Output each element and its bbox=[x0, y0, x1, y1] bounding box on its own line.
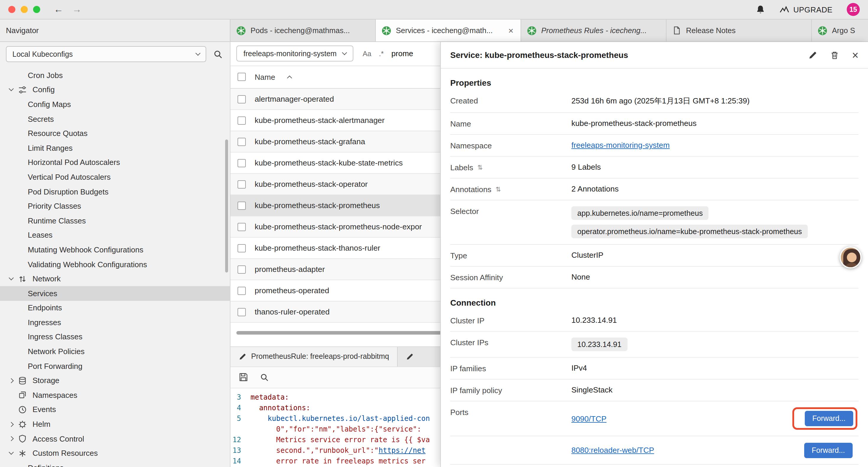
tab-label: Prometheus Rules - icecheng... bbox=[541, 26, 660, 35]
editor-search-icon[interactable] bbox=[260, 373, 269, 382]
storage-icon bbox=[18, 377, 27, 385]
row-checkbox[interactable] bbox=[238, 116, 246, 125]
sidebar-item-leases[interactable]: Leases bbox=[0, 228, 230, 242]
line-content: second.","runbook_url":"https://net bbox=[251, 445, 426, 456]
sidebar-item-ingresses[interactable]: Ingresses bbox=[0, 315, 230, 329]
sidebar-item-config[interactable]: Config bbox=[0, 83, 230, 97]
close-icon[interactable]: × bbox=[852, 49, 859, 61]
sidebar-item-network-policies[interactable]: Network Policies bbox=[0, 344, 230, 359]
row-checkbox[interactable] bbox=[238, 308, 246, 316]
sidebar-item-label: Services bbox=[28, 289, 57, 298]
sidebar-item-mutating-webhook-configurations[interactable]: Mutating Webhook Configurations bbox=[0, 242, 230, 257]
close-button[interactable] bbox=[8, 6, 16, 13]
port-link-9090-tcp[interactable]: 9090/TCP bbox=[571, 414, 607, 423]
tab-release-notes[interactable]: Release Notes bbox=[666, 20, 812, 41]
line-number: 3 bbox=[230, 392, 251, 403]
tab-label: Pods - icecheng@mathmas... bbox=[251, 26, 369, 35]
line-number: 12 bbox=[230, 435, 251, 445]
notifications-bell-icon[interactable] bbox=[755, 5, 765, 14]
sidebar-item-resource-quotas[interactable]: Resource Quotas bbox=[0, 126, 230, 141]
tab-pods-icecheng-mathmas[interactable]: Pods - icecheng@mathmas... bbox=[230, 20, 376, 41]
drawer-row-label: Selector bbox=[450, 206, 571, 216]
row-checkbox[interactable] bbox=[238, 265, 246, 274]
line-content: kubectl.kubernetes.io/last-applied-con bbox=[251, 413, 430, 424]
sidebar-item-cron-jobs[interactable]: Cron Jobs bbox=[0, 68, 230, 83]
sidebar-item-custom-resources[interactable]: Custom Resources bbox=[0, 446, 230, 461]
sidebar-scrollbar[interactable] bbox=[225, 140, 228, 272]
sidebar-item-storage[interactable]: Storage bbox=[0, 373, 230, 388]
chevron-right-icon[interactable] bbox=[9, 436, 14, 441]
drawer-row-label bbox=[450, 442, 571, 443]
chevron-right-icon[interactable] bbox=[9, 378, 14, 383]
notification-count-badge[interactable]: 15 bbox=[847, 3, 860, 16]
namespace-link[interactable]: freeleaps-monitoring-system bbox=[571, 141, 670, 150]
back-button[interactable]: ← bbox=[54, 5, 63, 14]
row-checkbox[interactable] bbox=[238, 244, 246, 253]
sort-toggle-icon[interactable]: ⇅ bbox=[495, 185, 501, 193]
chevron-down-icon[interactable] bbox=[9, 450, 14, 455]
edit-pencil-icon[interactable] bbox=[808, 51, 817, 59]
row-checkbox[interactable] bbox=[238, 180, 246, 188]
sidebar-item-endpoints[interactable]: Endpoints bbox=[0, 300, 230, 315]
row-checkbox[interactable] bbox=[238, 202, 246, 210]
kubeconfig-selector[interactable]: Local Kubeconfigs bbox=[6, 46, 206, 62]
row-checkbox[interactable] bbox=[238, 138, 246, 146]
save-icon[interactable] bbox=[239, 373, 248, 382]
sidebar-item-port-forwarding[interactable]: Port Forwarding bbox=[0, 359, 230, 373]
tab-close-icon[interactable]: × bbox=[507, 25, 515, 35]
tab-prometheus-rules-icecheng[interactable]: Prometheus Rules - icecheng... bbox=[521, 20, 666, 41]
sidebar-item-events[interactable]: Events bbox=[0, 402, 230, 417]
row-checkbox[interactable] bbox=[238, 159, 246, 167]
upgrade-button[interactable]: UPGRADE bbox=[779, 5, 833, 14]
drawer-row-ip-families: IP familiesIPv4 bbox=[450, 358, 859, 380]
chevron-right-icon[interactable] bbox=[9, 422, 14, 427]
minimize-button[interactable] bbox=[21, 6, 28, 13]
sidebar-item-namespaces[interactable]: Namespaces bbox=[0, 388, 230, 402]
sort-toggle-icon[interactable]: ⇅ bbox=[477, 164, 483, 171]
row-checkbox[interactable] bbox=[238, 223, 246, 231]
sidebar-item-network[interactable]: Network bbox=[0, 272, 230, 286]
sidebar-item-definitions[interactable]: Definitions bbox=[0, 461, 230, 467]
sidebar-item-runtime-classes[interactable]: Runtime Classes bbox=[0, 213, 230, 228]
row-checkbox[interactable] bbox=[238, 287, 246, 295]
sidebar-item-helm[interactable]: Helm bbox=[0, 417, 230, 432]
sidebar-item-access-control[interactable]: Access Control bbox=[0, 432, 230, 446]
sidebar-item-vertical-pod-autoscalers[interactable]: Vertical Pod Autoscalers bbox=[0, 170, 230, 184]
line-content: annotations: bbox=[251, 403, 310, 413]
sidebar-item-pod-disruption-budgets[interactable]: Pod Disruption Budgets bbox=[0, 184, 230, 199]
match-case-toggle[interactable]: Aa bbox=[363, 50, 371, 58]
sidebar-item-priority-classes[interactable]: Priority Classes bbox=[0, 199, 230, 213]
select-all-checkbox[interactable] bbox=[238, 73, 246, 81]
line-number: 13 bbox=[230, 445, 251, 456]
sidebar-item-services[interactable]: Services bbox=[0, 286, 230, 300]
sidebar-search-icon[interactable] bbox=[213, 49, 223, 59]
sidebar-item-label: Cron Jobs bbox=[28, 71, 63, 80]
regex-toggle[interactable]: .* bbox=[379, 50, 384, 58]
sidebar-item-limit-ranges[interactable]: Limit Ranges bbox=[0, 141, 230, 155]
delete-trash-icon[interactable] bbox=[830, 51, 839, 59]
name-column-header[interactable]: Name bbox=[255, 73, 275, 82]
drawer-row-value: freeleaps-monitoring-system bbox=[571, 141, 859, 150]
drawer-row-cluster-ip: Cluster IP10.233.14.91 bbox=[450, 310, 859, 332]
port-link-8080-reloader-web-tcp[interactable]: 8080:reloader-web/TCP bbox=[571, 446, 654, 455]
sidebar-item-secrets[interactable]: Secrets bbox=[0, 112, 230, 126]
drawer-row-value: 253d 16h 6m ago (2025年1月13日 GMT+8 1:25:3… bbox=[571, 96, 859, 107]
chevron-down-icon[interactable] bbox=[9, 275, 14, 281]
sidebar-item-horizontal-pod-autoscalers[interactable]: Horizontal Pod Autoscalers bbox=[0, 155, 230, 170]
floating-avatar[interactable] bbox=[840, 246, 862, 268]
forward-button[interactable]: Forward... bbox=[804, 442, 852, 458]
sidebar-item-ingress-classes[interactable]: Ingress Classes bbox=[0, 329, 230, 344]
dock-tab-prometheusrule[interactable]: PrometheusRule: freeleaps-prod-rabbitmq bbox=[230, 347, 398, 367]
kubeconfig-selector-value: Local Kubeconfigs bbox=[12, 50, 73, 58]
forward-button[interactable]: Forward... bbox=[804, 411, 853, 426]
zoom-button[interactable] bbox=[33, 6, 40, 13]
sidebar-item-config-maps[interactable]: Config Maps bbox=[0, 97, 230, 111]
tab-services-icecheng-math[interactable]: Services - icecheng@math...× bbox=[376, 20, 521, 41]
namespace-filter-dropdown[interactable]: freeleaps-monitoring-system bbox=[236, 46, 353, 62]
tab-argo-s[interactable]: Argo S bbox=[812, 20, 868, 41]
drawer-row-type: TypeClusterIP bbox=[450, 245, 859, 267]
sidebar-item-validating-webhook-configurations[interactable]: Validating Webhook Configurations bbox=[0, 257, 230, 271]
forward-button[interactable]: → bbox=[72, 5, 82, 14]
row-checkbox[interactable] bbox=[238, 95, 246, 104]
chevron-down-icon[interactable] bbox=[9, 86, 14, 91]
